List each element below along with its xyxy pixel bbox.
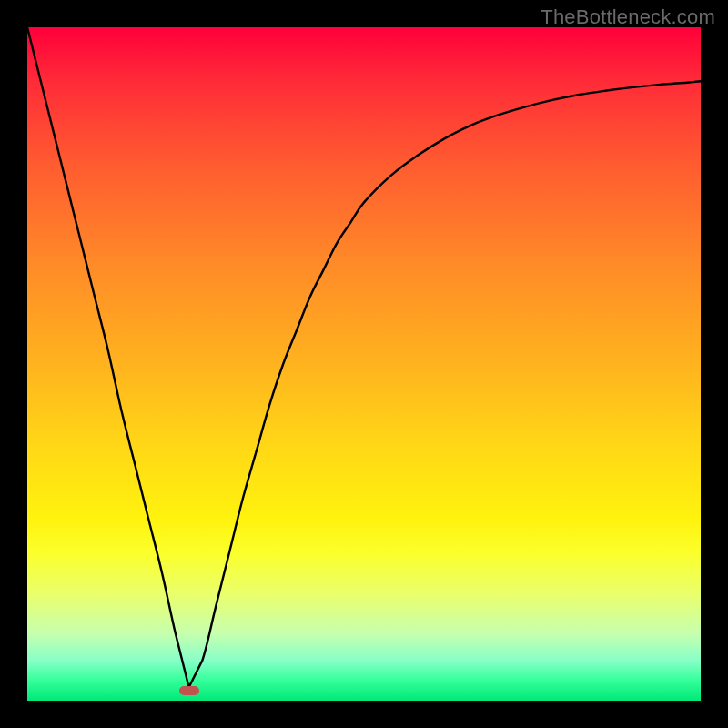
- chart-plot-area: [27, 27, 701, 701]
- watermark-text: TheBottleneck.com: [541, 5, 715, 29]
- bottleneck-curve: [27, 27, 701, 701]
- minimum-marker: [179, 686, 199, 695]
